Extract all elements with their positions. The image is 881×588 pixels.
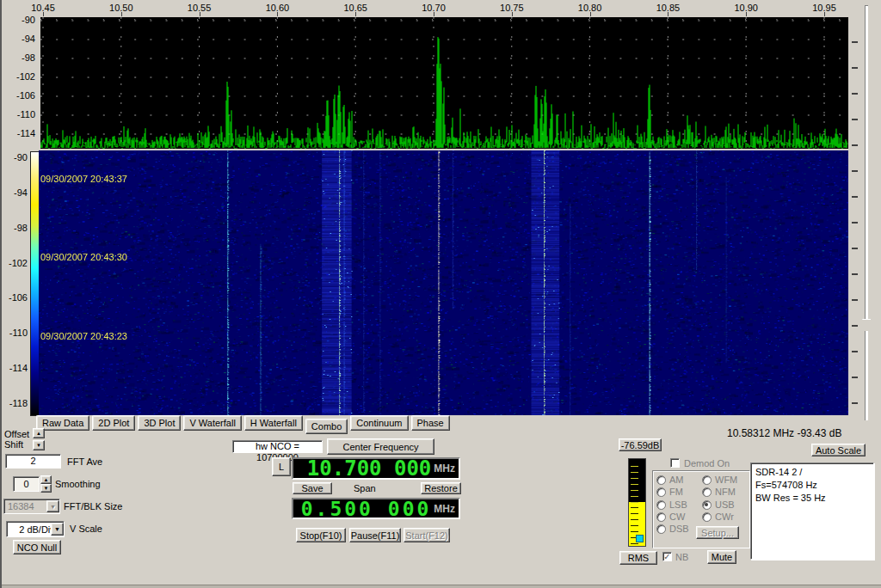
waterfall-timestamp: 09/30/2007 20:43:37 (40, 174, 127, 184)
tab-h-waterfall[interactable]: H Waterfall (244, 415, 303, 431)
radio-usb[interactable] (702, 500, 712, 510)
waterfall-db-tick-label: -102 (2, 258, 28, 268)
fft-ave-input[interactable]: 2 (5, 454, 61, 469)
smoothing-up-button[interactable]: ▲ (40, 475, 52, 484)
demod-on-label: Demod On (684, 458, 730, 469)
offset-label: Offset (4, 429, 29, 439)
center-frequency-value[interactable]: 10.700 000 (307, 456, 432, 481)
stop-button[interactable]: Stop(F10) (296, 528, 346, 542)
shift-label: Shift (4, 439, 23, 450)
window-bottom-edge (2, 585, 881, 588)
radio-label-lsb: LSB (669, 499, 687, 510)
level-readout-button[interactable]: -76.59dB (619, 438, 662, 451)
start-button[interactable]: Start(F12) (404, 528, 450, 542)
radio-label-cwr: CWr (715, 511, 734, 522)
waterfall-timestamp: 09/30/2007 20:43:23 (40, 331, 127, 341)
pause-button[interactable]: Pause(F11) (349, 528, 401, 542)
waterfall-db-tick-label: -110 (2, 328, 28, 338)
waterfall-plot[interactable] (39, 150, 848, 415)
nco-null-button[interactable]: NCO Null (13, 540, 61, 554)
radio-am[interactable] (656, 475, 666, 485)
nb-label: NB (675, 552, 688, 562)
radio-label-am: AM (669, 475, 684, 485)
demod-on-checkbox[interactable] (670, 458, 680, 468)
freq-tick-mark (434, 12, 434, 16)
center-frequency-unit: MHz (434, 462, 455, 475)
receiver-info-box: SDR-14 2 / Fs=574708 Hz BW Res = 35 Hz (750, 462, 874, 560)
scale-slider-ticks (852, 17, 858, 409)
rms-button[interactable]: RMS (619, 551, 657, 565)
fft-blk-size-label: FFT/BLK Size (64, 501, 122, 511)
tab-2d-plot[interactable]: 2D Plot (92, 415, 135, 431)
signal-level-meter (628, 458, 646, 547)
radio-label-fm: FM (669, 487, 683, 497)
spectrum-db-tick-label: -98 (2, 52, 35, 63)
freq-tick-mark (200, 12, 200, 16)
shift-down-button[interactable]: ▼ (33, 440, 45, 450)
freq-tick-mark (824, 12, 825, 16)
view-tabs: Raw Data2D Plot3D PlotV WaterfallH Water… (36, 415, 450, 434)
fft-ave-label: FFT Ave (67, 456, 102, 467)
radio-label-dsb: DSB (669, 524, 689, 534)
spectrum-db-tick-label: -114 (2, 128, 35, 138)
save-button[interactable]: Save (293, 482, 332, 494)
auto-scale-button[interactable]: Auto Scale (811, 444, 866, 456)
span-unit: MHz (434, 503, 455, 515)
offset-up-button[interactable]: ▲ (33, 428, 45, 438)
tab-v-waterfall[interactable]: V Waterfall (183, 415, 241, 431)
spectrum-db-tick-label: -90 (2, 15, 35, 25)
tab-3d-plot[interactable]: 3D Plot (138, 415, 181, 431)
radio-label-usb: USB (715, 499, 735, 510)
center-frequency-button[interactable]: Center Frequency (327, 438, 434, 455)
freq-tick-mark (746, 12, 747, 16)
freq-tick-mark (43, 12, 44, 16)
freq-tick-mark (277, 12, 278, 16)
waterfall-db-tick-label: -98 (2, 223, 28, 233)
info-line: Fs=574708 Hz (755, 479, 869, 492)
tab-continuum[interactable]: Continuum (350, 415, 408, 431)
waterfall-db-tick-label: -90 (2, 152, 28, 162)
info-line: SDR-14 2 / (755, 466, 869, 479)
span-value[interactable]: 0.500 000 (301, 498, 432, 520)
info-line: BW Res = 35 Hz (755, 492, 869, 505)
mute-button[interactable]: Mute (707, 550, 736, 564)
spectrum-db-tick-label: -110 (2, 109, 35, 119)
center-frequency-display[interactable]: 10.700 000 MHz (292, 457, 460, 480)
smoothing-label: Smoothing (55, 479, 101, 489)
smoothing-down-button[interactable]: ▼ (40, 484, 52, 493)
waterfall-timestamp: 09/30/2007 20:43:30 (40, 252, 127, 262)
scale-slider-thumb[interactable] (858, 319, 871, 331)
waterfall-db-tick-label: -114 (2, 363, 28, 373)
tab-combo[interactable]: Combo (305, 419, 348, 434)
span-display[interactable]: 0.500 000 MHz (292, 498, 460, 519)
freq-tick-mark (590, 12, 591, 16)
spectrum-plot[interactable] (40, 17, 848, 149)
radio-label-cw: CW (669, 511, 685, 522)
freq-tick-mark (668, 12, 668, 16)
freq-tick-mark (512, 12, 513, 16)
setup-button[interactable]: Setup... (696, 526, 739, 539)
radio-label-nfm: NFM (715, 487, 736, 497)
meter-marker[interactable] (636, 535, 644, 542)
radio-label-wfm: WFM (715, 475, 737, 485)
nb-checkbox[interactable]: ✓ (662, 552, 672, 561)
v-scale-arrow-icon[interactable]: ▼ (51, 523, 64, 536)
restore-button[interactable]: Restore (421, 482, 461, 494)
scale-slider-track[interactable] (865, 5, 868, 420)
meter-ticks-top (631, 461, 638, 504)
lock-button[interactable]: L (272, 457, 291, 476)
v-scale-label: V Scale (70, 524, 102, 534)
spectravue-window: Raw Data2D Plot3D PlotV WaterfallH Water… (0, 0, 881, 588)
waterfall-db-tick-label: -94 (2, 187, 28, 198)
spectrum-db-tick-label: -106 (2, 90, 35, 101)
freq-tick-mark (121, 12, 122, 16)
fft-blk-size-arrow-icon[interactable]: ▼ (46, 500, 59, 512)
radio-lsb[interactable] (656, 500, 666, 510)
waterfall-db-tick-label: -118 (2, 398, 28, 408)
span-label: Span (354, 483, 376, 493)
radio-wfm[interactable] (702, 475, 712, 485)
radio-cw[interactable] (656, 512, 666, 522)
tab-phase[interactable]: Phase (411, 415, 450, 431)
radio-cwr[interactable] (702, 512, 712, 522)
smoothing-input[interactable]: 0 (13, 476, 40, 492)
